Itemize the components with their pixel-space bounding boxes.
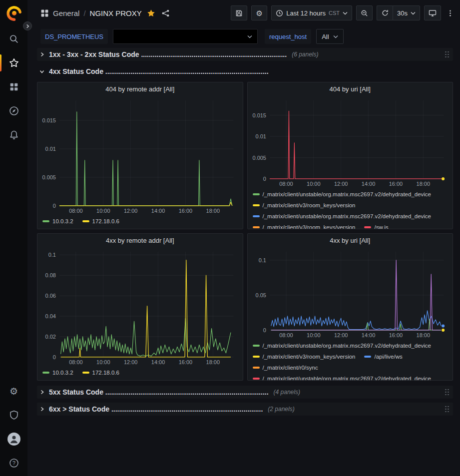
request-host-select[interactable]: All	[316, 29, 343, 44]
row-header-4xx[interactable]: 4xx Status Code ........................…	[37, 64, 453, 79]
sidebar-item-configuration[interactable]: ⚙	[0, 379, 27, 403]
svg-text:0.015: 0.015	[252, 112, 266, 118]
legend-item[interactable]: /_matrix/client/v3/room_keys/version	[253, 354, 356, 360]
tv-mode-button[interactable]	[424, 5, 441, 20]
legend-item[interactable]: /_matrix/client/v3/room_keys/version	[253, 202, 356, 208]
svg-text:08:00: 08:00	[279, 181, 293, 187]
kebab-icon	[447, 9, 454, 17]
panel-grid: 404 by remote addr [All]08:0010:0012:001…	[37, 82, 453, 381]
panel-title[interactable]: 4xx by uri [All]	[248, 234, 453, 247]
legend-item[interactable]: /sw.js	[364, 224, 388, 229]
refresh-button[interactable]	[377, 5, 393, 20]
svg-text:12:00: 12:00	[334, 181, 347, 187]
panel-404-by-remote-addr-all: 404 by remote addr [All]08:0010:0012:001…	[37, 82, 243, 229]
row-header-1xx-3xx-2xx[interactable]: 1xx - 3xx - 2xx Status Code ............…	[37, 48, 453, 61]
legend-item[interactable]: 172.18.0.6	[82, 370, 119, 376]
variable-label-ds-prometheus[interactable]: DS_PROMETHEUS	[40, 29, 108, 44]
chart-area[interactable]: 08:0010:0012:0014:0016:0018:0000.050.1	[248, 247, 453, 339]
legend-label: /_matrix/client/v3/room_keys/version	[263, 202, 356, 208]
top-bar: General / NGINX PROXY ⚙ Last 12 hours CS…	[27, 0, 460, 26]
row-header-6xx[interactable]: 6xx > Status Code ......................…	[37, 403, 453, 416]
legend-item[interactable]: /_matrix/client/unstable/org.matrix.msc2…	[253, 213, 432, 219]
legend-label: 10.0.3.2	[52, 218, 73, 224]
legend-item[interactable]: /_matrix/client/unstable/org.matrix.msc2…	[253, 376, 432, 380]
legend-item[interactable]: 10.0.3.2	[42, 218, 73, 224]
breadcrumb-title[interactable]: NGINX PROXY	[90, 9, 142, 17]
drag-handle-icon[interactable]	[445, 389, 449, 396]
chevron-down-icon	[39, 68, 45, 74]
chart-area[interactable]: 08:0010:0012:0014:0016:0018:0000.020.040…	[37, 247, 243, 366]
legend-item[interactable]: /_matrix/client/v3/room_keys/version	[253, 224, 356, 229]
legend-label: 10.0.3.2	[52, 370, 73, 376]
clock-icon	[276, 9, 283, 17]
drag-handle-icon[interactable]	[445, 406, 449, 413]
svg-text:0: 0	[53, 354, 56, 360]
time-range-picker[interactable]: Last 12 hours CST	[271, 5, 352, 20]
chart-canvas[interactable]: 08:0010:0012:0014:0016:0018:0000.020.040…	[39, 247, 241, 366]
refresh-interval-select[interactable]: 30s	[393, 5, 420, 20]
chevron-right-icon	[39, 389, 45, 395]
legend-item[interactable]: /api/live/ws	[364, 354, 402, 360]
zoom-out-button[interactable]	[356, 5, 373, 20]
chevron-down-icon	[411, 11, 416, 15]
dashboard-toolbar: ⚙ Last 12 hours CST 30s	[231, 5, 455, 20]
row-header-5xx[interactable]: 5xx Status Code ........................…	[37, 386, 453, 399]
sidebar-item-starred[interactable]	[0, 51, 27, 75]
chart-area[interactable]: 08:0010:0012:0014:0016:0018:0000.0050.01…	[248, 95, 453, 188]
legend-item[interactable]: 10.0.3.2	[42, 370, 73, 376]
explore-compass-icon	[9, 106, 19, 116]
legend-item[interactable]: /_matrix/client/r0/sync	[253, 365, 318, 371]
sidebar-item-server-admin[interactable]	[0, 403, 27, 427]
star-icon	[9, 58, 19, 68]
panel-title[interactable]: 404 by uri [All]	[248, 82, 453, 95]
panel-title[interactable]: 404 by remote addr [All]	[37, 82, 243, 95]
legend-swatch	[253, 193, 260, 195]
legend-item[interactable]: 172.18.0.6	[82, 218, 119, 224]
breadcrumb-section[interactable]: General	[53, 9, 79, 17]
legend-item[interactable]: /_matrix/client/unstable/org.matrix.msc2…	[253, 343, 432, 349]
variable-ds-prometheus: DS_PROMETHEUS	[40, 29, 258, 44]
sidebar-expand-button[interactable]	[23, 21, 32, 30]
svg-text:08:00: 08:00	[279, 332, 293, 338]
row-panel-count: (6 panels)	[292, 51, 318, 58]
chart-area[interactable]: 08:0010:0012:0014:0016:0018:0000.0050.01…	[37, 95, 243, 215]
legend-label: /_matrix/client/unstable/org.matrix.msc2…	[263, 343, 432, 349]
legend-item[interactable]: /_matrix/client/unstable/org.matrix.msc2…	[253, 191, 432, 197]
sidebar-item-explore[interactable]	[0, 99, 27, 123]
kebab-menu-button[interactable]	[445, 5, 455, 20]
svg-text:0.05: 0.05	[255, 292, 266, 298]
refresh-button-group: 30s	[377, 5, 420, 20]
sidebar-item-profile[interactable]	[0, 427, 27, 451]
svg-text:16:00: 16:00	[179, 359, 192, 365]
grafana-logo[interactable]	[5, 5, 22, 22]
dashboard-settings-button[interactable]: ⚙	[251, 5, 267, 20]
svg-text:0.06: 0.06	[45, 293, 56, 299]
legend-swatch	[253, 204, 260, 206]
panel-4xx-by-remote-addr-all: 4xx by remote addr [All]08:0010:0012:001…	[37, 233, 243, 381]
svg-text:0.04: 0.04	[45, 313, 56, 319]
panel-title[interactable]: 4xx by remote addr [All]	[37, 234, 243, 247]
chart-canvas[interactable]: 08:0010:0012:0014:0016:0018:0000.0050.01…	[250, 95, 451, 188]
legend: 10.0.3.2172.18.0.6	[37, 366, 243, 380]
shield-icon	[9, 410, 19, 420]
svg-text:10:00: 10:00	[96, 208, 110, 214]
share-button[interactable]	[160, 8, 171, 18]
chart-canvas[interactable]: 08:0010:0012:0014:0016:0018:0000.0050.01…	[39, 95, 241, 215]
drag-handle-icon[interactable]	[445, 51, 449, 58]
chevron-down-icon	[247, 35, 252, 38]
sidebar-item-help[interactable]: ?	[0, 451, 27, 475]
chart-canvas[interactable]: 08:0010:0012:0014:0016:0018:0000.050.1	[250, 247, 451, 339]
sidebar-item-dashboards[interactable]	[0, 75, 27, 99]
svg-text:0: 0	[53, 203, 56, 209]
datasource-select[interactable]	[113, 29, 258, 44]
sidebar-item-search[interactable]	[0, 27, 27, 51]
sidebar-item-alerting[interactable]	[0, 123, 27, 147]
favorite-star-button[interactable]	[146, 8, 156, 18]
legend-swatch	[82, 220, 89, 222]
chevron-right-icon	[39, 51, 45, 57]
legend-row: /_matrix/client/unstable/org.matrix.msc2…	[253, 211, 449, 222]
row-title: 4xx Status Code ........................…	[49, 67, 269, 75]
legend-label: /_matrix/client/r0/sync	[263, 365, 318, 371]
variable-label-request-host[interactable]: request_host	[265, 29, 311, 44]
save-dashboard-button[interactable]	[231, 5, 247, 20]
